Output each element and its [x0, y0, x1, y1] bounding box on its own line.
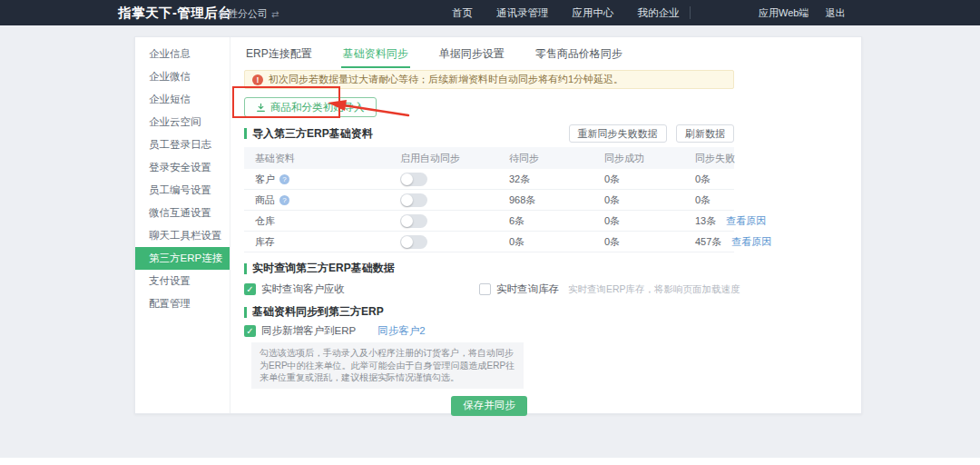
- section-accent-bar: [244, 307, 247, 318]
- sidebar-item-company-info[interactable]: 企业信息: [135, 43, 230, 65]
- top-bar: 指掌天下-管理后台 余胜分公司 ⇄ 首页 通讯录管理 应用中心 我的企业 应用W…: [0, 0, 980, 25]
- col-basic-data: 基础资料: [244, 152, 389, 165]
- sync-customer-link[interactable]: 同步客户2: [377, 324, 425, 338]
- checkbox-realtime-receivable[interactable]: ✓: [244, 283, 256, 295]
- sidebar-item-chat-toolbar[interactable]: 聊天工具栏设置: [135, 224, 230, 247]
- auto-sync-toggle-customer[interactable]: [400, 173, 427, 186]
- tab-retail-price-sync[interactable]: 零售商品价格同步: [534, 43, 624, 68]
- toggle-knob: [401, 173, 413, 185]
- realtime-stock-hint: 实时查询ERP库存，将影响页面加载速度: [568, 283, 740, 296]
- toggle-knob: [401, 215, 413, 227]
- help-icon[interactable]: ?: [279, 195, 289, 205]
- failed-count: 0条: [684, 193, 734, 207]
- logout-link[interactable]: 退出: [825, 6, 845, 20]
- import-section-header: 导入第三方ERP基础资料 重新同步失败数据 刷新数据: [244, 124, 734, 143]
- table-row-inventory: 库存 0条 0条 457条查看原因: [244, 232, 734, 252]
- brand-title: 指掌天下-管理后台: [118, 5, 231, 22]
- tab-basic-data-sync[interactable]: 基础资料同步: [341, 43, 410, 68]
- table-row-warehouse: 仓库 6条 0条 13条查看原因: [244, 211, 734, 232]
- resync-failed-button[interactable]: 重新同步失败数据: [569, 124, 667, 143]
- sync-caution-note: 勾选该选项后，手动录入及小程序注册的订货客户，将自动同步为ERP中的往来单位。此…: [251, 342, 524, 389]
- toggle-knob: [401, 236, 413, 248]
- sidebar-item-config[interactable]: 配置管理: [135, 292, 230, 315]
- tab-erp-connection[interactable]: ERP连接配置: [244, 43, 314, 68]
- table-row-product: 商品? 968条 0条 0条: [244, 190, 734, 211]
- download-icon: [256, 103, 266, 113]
- section-title-sync-to-erp-text: 基础资料同步到第三方ERP: [252, 304, 384, 320]
- company-name: 余胜分公司: [218, 7, 268, 21]
- col-pending: 待同步: [498, 152, 593, 165]
- section-title-import: 导入第三方ERP基础资料: [244, 126, 373, 142]
- main-content: ERP连接配置 基础资料同步 单据同步设置 零售商品价格同步 ! 初次同步若数据…: [231, 37, 861, 413]
- row-label: 仓库: [244, 214, 389, 228]
- checkbox-realtime-stock[interactable]: [479, 283, 491, 295]
- view-reason-link[interactable]: 查看原因: [731, 235, 771, 249]
- help-icon[interactable]: ?: [279, 174, 289, 184]
- col-auto-sync: 启用自动同步: [389, 152, 498, 165]
- section-title-realtime: 实时查询第三方ERP基础数据: [244, 261, 734, 276]
- section-title-realtime-text: 实时查询第三方ERP基础数据: [252, 261, 395, 276]
- pending-count: 6条: [498, 214, 593, 228]
- sync-new-customer-row: ✓ 同步新增客户到ERP 同步客户2: [244, 324, 734, 338]
- sidebar-item-wechat-interop[interactable]: 微信互通设置: [135, 202, 230, 224]
- pending-count: 32条: [498, 173, 593, 186]
- nav-home[interactable]: 首页: [452, 6, 473, 20]
- section-title-import-text: 导入第三方ERP基础资料: [252, 126, 373, 142]
- failed-count: 13条: [695, 214, 716, 228]
- basic-data-table: 基础资料 启用自动同步 待同步 同步成功 同步失败 客户? 32条 0条 0条 …: [244, 147, 734, 252]
- save-and-sync-button[interactable]: 保存并同步: [451, 396, 527, 416]
- row-label: 客户: [255, 173, 275, 186]
- nav-divider: [690, 6, 691, 19]
- sidebar-item-sms[interactable]: 企业短信: [135, 88, 230, 111]
- settings-panel: 企业信息 企业微信 企业短信 企业云空间 员工登录日志 登录安全设置 员工编号设…: [134, 36, 862, 414]
- sidebar-item-login-security[interactable]: 登录安全设置: [135, 156, 230, 179]
- page-background: { "colors": { "accent_green": "#3eb575",…: [0, 0, 980, 465]
- section-title-sync-to-erp: 基础资料同步到第三方ERP: [244, 304, 734, 320]
- sidebar-item-wechat[interactable]: 企业微信: [135, 65, 230, 88]
- success-count: 0条: [593, 193, 684, 207]
- company-switcher[interactable]: 余胜分公司 ⇄: [218, 7, 279, 21]
- row-label: 商品: [255, 193, 275, 207]
- sync-delay-alert: ! 初次同步若数据量过大请耐心等待；后续新增资料时自动同步将有约1分钟延迟。: [244, 70, 734, 89]
- nav-my-company[interactable]: 我的企业: [638, 6, 680, 20]
- nav-contacts[interactable]: 通讯录管理: [496, 6, 549, 20]
- failed-count: 457条: [695, 235, 721, 249]
- tab-document-sync[interactable]: 单据同步设置: [437, 43, 506, 68]
- success-count: 0条: [593, 214, 684, 228]
- nav-app-center[interactable]: 应用中心: [573, 6, 614, 20]
- sidebar-item-cloud-space[interactable]: 企业云空间: [135, 111, 230, 134]
- sidebar-item-third-party-erp[interactable]: 第三方ERP连接: [135, 247, 230, 270]
- col-success: 同步成功: [593, 152, 684, 165]
- settings-sidebar: 企业信息 企业微信 企业短信 企业云空间 员工登录日志 登录安全设置 员工编号设…: [135, 37, 230, 413]
- alert-text: 初次同步若数据量过大请耐心等待；后续新增资料时自动同步将有约1分钟延迟。: [269, 73, 623, 86]
- import-row: 商品和分类初始导入: [244, 97, 734, 117]
- col-failed: 同步失败: [684, 152, 735, 165]
- pending-count: 968条: [498, 193, 593, 207]
- footer-strip: [0, 458, 980, 465]
- checkbox-realtime-receivable-label: 实时查询客户应收: [261, 282, 345, 296]
- auto-sync-toggle-product[interactable]: [400, 193, 427, 207]
- realtime-options-row: ✓ 实时查询客户应收 实时查询库存 实时查询ERP库存，将影响页面加载速度: [244, 282, 734, 296]
- sidebar-item-employee-id[interactable]: 员工编号设置: [135, 179, 230, 202]
- auto-sync-toggle-inventory[interactable]: [400, 235, 427, 249]
- erp-tabs: ERP连接配置 基础资料同步 单据同步设置 零售商品价格同步: [244, 43, 734, 66]
- table-header-row: 基础资料 启用自动同步 待同步 同步成功 同步失败: [244, 147, 734, 169]
- checkbox-sync-new-customer[interactable]: ✓: [244, 325, 256, 337]
- nav-web-app[interactable]: 应用Web端: [759, 6, 808, 20]
- failed-count: 0条: [684, 173, 734, 186]
- refresh-data-button[interactable]: 刷新数据: [676, 124, 734, 143]
- table-row-customer: 客户? 32条 0条 0条: [244, 169, 734, 190]
- success-count: 0条: [593, 173, 684, 186]
- save-row: 保存并同步: [244, 396, 734, 416]
- view-reason-link[interactable]: 查看原因: [726, 214, 766, 228]
- checkbox-realtime-stock-label: 实时查询库存: [496, 282, 559, 296]
- row-label: 库存: [244, 235, 389, 249]
- top-nav: 首页 通讯录管理 应用中心 我的企业: [452, 0, 680, 25]
- switch-company-icon[interactable]: ⇄: [271, 9, 279, 19]
- initial-import-label: 商品和分类初始导入: [270, 101, 365, 114]
- auto-sync-toggle-warehouse[interactable]: [400, 214, 427, 228]
- sidebar-item-payment[interactable]: 支付设置: [135, 270, 230, 292]
- initial-import-button[interactable]: 商品和分类初始导入: [244, 97, 377, 117]
- pending-count: 0条: [498, 235, 593, 249]
- sidebar-item-login-log[interactable]: 员工登录日志: [135, 134, 230, 156]
